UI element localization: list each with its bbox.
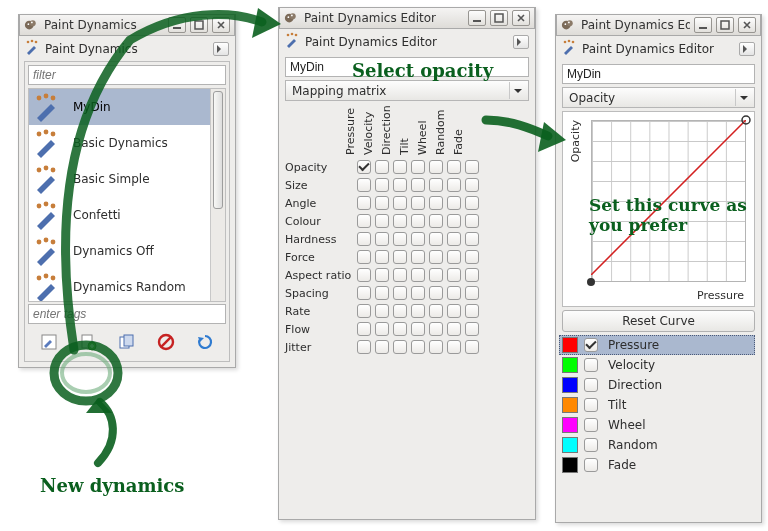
legend-row[interactable]: Direction [562,375,755,395]
list-item[interactable]: Confetti [29,197,225,233]
matrix-checkbox[interactable] [375,322,389,336]
matrix-checkbox[interactable] [447,304,461,318]
matrix-checkbox[interactable] [375,304,389,318]
filter-input[interactable] [28,65,226,85]
matrix-checkbox[interactable] [411,160,425,174]
matrix-checkbox[interactable] [375,178,389,192]
minimize-button[interactable] [468,10,486,26]
matrix-checkbox[interactable] [429,196,443,210]
legend-row[interactable]: Fade [562,455,755,475]
matrix-checkbox[interactable] [393,268,407,282]
legend-checkbox[interactable] [584,418,598,432]
duplicate-dynamics-button[interactable] [110,330,144,354]
matrix-checkbox[interactable] [357,214,371,228]
matrix-checkbox[interactable] [447,160,461,174]
list-item[interactable]: Dynamics Random [29,269,225,302]
matrix-checkbox[interactable] [357,178,371,192]
matrix-checkbox[interactable] [447,250,461,264]
matrix-checkbox[interactable] [393,214,407,228]
close-button[interactable] [738,17,756,33]
matrix-checkbox[interactable] [393,286,407,300]
dock-menu-button[interactable] [513,35,529,49]
matrix-checkbox[interactable] [429,160,443,174]
dynamics-name-input[interactable] [562,64,755,84]
matrix-checkbox[interactable] [465,268,479,282]
dynamics-name-input[interactable] [285,57,529,77]
matrix-checkbox[interactable] [375,250,389,264]
matrix-checkbox[interactable] [411,196,425,210]
close-button[interactable] [212,17,230,33]
matrix-checkbox[interactable] [465,322,479,336]
matrix-checkbox[interactable] [375,196,389,210]
matrix-checkbox[interactable] [375,232,389,246]
matrix-checkbox[interactable] [447,322,461,336]
matrix-checkbox[interactable] [447,178,461,192]
matrix-checkbox[interactable] [375,214,389,228]
matrix-checkbox[interactable] [447,286,461,300]
matrix-checkbox[interactable] [393,304,407,318]
matrix-checkbox[interactable] [465,304,479,318]
matrix-checkbox[interactable] [357,286,371,300]
matrix-checkbox[interactable] [393,340,407,354]
minimize-button[interactable] [694,17,712,33]
matrix-checkbox[interactable] [357,196,371,210]
matrix-checkbox[interactable] [393,178,407,192]
matrix-checkbox[interactable] [429,340,443,354]
close-button[interactable] [512,10,530,26]
titlebar[interactable]: Paint Dynamics [19,14,235,36]
matrix-checkbox[interactable] [429,268,443,282]
matrix-checkbox[interactable] [429,178,443,192]
legend-checkbox[interactable] [584,358,598,372]
matrix-checkbox[interactable] [357,232,371,246]
matrix-checkbox[interactable] [411,340,425,354]
matrix-checkbox[interactable] [393,322,407,336]
matrix-checkbox[interactable] [411,178,425,192]
list-item[interactable]: Basic Simple [29,161,225,197]
matrix-checkbox[interactable] [375,340,389,354]
matrix-checkbox[interactable] [429,232,443,246]
matrix-checkbox[interactable] [411,322,425,336]
matrix-checkbox[interactable] [393,232,407,246]
matrix-checkbox[interactable] [411,268,425,282]
matrix-checkbox[interactable] [465,340,479,354]
minimize-button[interactable] [168,17,186,33]
matrix-checkbox[interactable] [411,286,425,300]
legend-checkbox[interactable] [584,338,598,352]
list-scrollbar[interactable] [210,89,225,301]
matrix-checkbox[interactable] [357,304,371,318]
dynamics-list[interactable]: MyDinBasic DynamicsBasic SimpleConfettiD… [28,88,226,302]
parameter-dropdown[interactable]: Opacity [562,87,755,108]
dock-menu-button[interactable] [213,42,229,56]
matrix-checkbox[interactable] [465,214,479,228]
matrix-checkbox[interactable] [429,214,443,228]
matrix-checkbox[interactable] [465,160,479,174]
matrix-checkbox[interactable] [357,322,371,336]
tags-input[interactable] [28,304,226,324]
delete-dynamics-button[interactable] [149,330,183,354]
matrix-checkbox[interactable] [447,196,461,210]
maximize-button[interactable] [716,17,734,33]
legend-checkbox[interactable] [584,458,598,472]
titlebar[interactable]: Paint Dynamics Editor [556,14,761,36]
new-dynamics-button[interactable] [71,330,105,354]
legend-checkbox[interactable] [584,398,598,412]
matrix-checkbox[interactable] [357,268,371,282]
legend-row[interactable]: Random [562,435,755,455]
legend-row[interactable]: Wheel [562,415,755,435]
legend-checkbox[interactable] [584,378,598,392]
list-item[interactable]: Basic Dynamics [29,125,225,161]
matrix-checkbox[interactable] [429,304,443,318]
matrix-checkbox[interactable] [357,160,371,174]
matrix-checkbox[interactable] [375,160,389,174]
dock-menu-button[interactable] [739,42,755,56]
matrix-checkbox[interactable] [393,196,407,210]
reset-curve-button[interactable]: Reset Curve [562,310,755,332]
legend-row[interactable]: Pressure [559,335,755,355]
legend-row[interactable]: Tilt [562,395,755,415]
matrix-checkbox[interactable] [447,214,461,228]
matrix-checkbox[interactable] [447,268,461,282]
matrix-checkbox[interactable] [465,250,479,264]
matrix-checkbox[interactable] [375,268,389,282]
matrix-checkbox[interactable] [465,196,479,210]
matrix-checkbox[interactable] [357,340,371,354]
